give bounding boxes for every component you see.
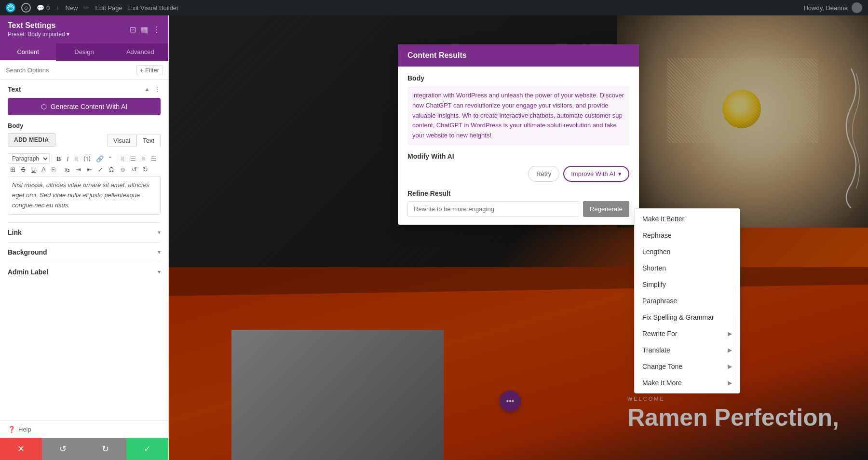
new-label: New xyxy=(65,4,78,12)
exit-builder-button[interactable]: Exit Visual Builder xyxy=(128,4,179,12)
tab-text[interactable]: Text xyxy=(136,135,161,147)
link-section: Link ▾ xyxy=(8,222,161,242)
table-button[interactable]: ⊞ xyxy=(8,165,18,174)
top-bar-left: ⊙ 💬 0 + New ✏ Edit Page Exit Visual Buil… xyxy=(6,3,178,13)
align-center-button[interactable]: ☰ xyxy=(128,154,138,163)
dropdown-item-simplify[interactable]: Simplify xyxy=(635,276,740,293)
text-section-header[interactable]: Text ▲ ⋮ xyxy=(8,85,161,93)
unordered-list-button[interactable]: ≡ xyxy=(72,154,81,163)
undo-action-button[interactable]: ↺ xyxy=(42,438,84,460)
admin-label-section-header[interactable]: Admin Label ▾ xyxy=(8,268,161,276)
tab-design[interactable]: Design xyxy=(56,43,112,61)
layout-icon[interactable]: ▦ xyxy=(141,25,148,34)
improve-with-ai-button[interactable]: Improve With AI ▾ xyxy=(563,166,629,182)
modal-body-label: Body xyxy=(407,74,629,82)
text-section-more-icon[interactable]: ⋮ xyxy=(154,85,161,93)
new-button[interactable]: New xyxy=(65,4,78,12)
separator2: ✏ xyxy=(83,4,89,12)
main-layout: Text Settings Preset: Body imported ▾ ⊡ … xyxy=(0,15,868,460)
bold-button[interactable]: B xyxy=(54,154,63,163)
dropdown-item-rephrase[interactable]: Rephrase xyxy=(635,227,740,244)
link-section-header[interactable]: Link ▾ xyxy=(8,229,161,236)
ai-icon: ⬡ xyxy=(41,103,47,110)
comment-icon: 💬 xyxy=(37,4,44,12)
blockquote-button[interactable]: " xyxy=(107,154,114,163)
align-right-button[interactable]: ≡ xyxy=(139,154,148,163)
dropdown-item-translate[interactable]: Translate ▶ xyxy=(635,342,740,358)
emoji-button[interactable]: ☺ xyxy=(117,165,128,174)
editor-content[interactable]: Nisl massa, ultrices vitae ornare sit am… xyxy=(8,176,161,215)
save-button[interactable]: ✓ xyxy=(126,438,168,460)
add-media-button[interactable]: ADD MEDIA xyxy=(8,133,55,147)
improve-chevron-icon: ▾ xyxy=(618,170,622,177)
filter-button[interactable]: + Filter xyxy=(136,65,163,75)
background-section-header[interactable]: Background ▾ xyxy=(8,248,161,256)
sidebar-preset[interactable]: Preset: Body imported ▾ xyxy=(8,31,69,38)
regenerate-button[interactable]: Regenerate xyxy=(583,201,629,217)
search-input[interactable] xyxy=(6,67,133,74)
outdent-button[interactable]: ⇤ xyxy=(84,165,95,174)
indent-button[interactable]: ⇥ xyxy=(73,165,83,174)
background-section: Background ▾ xyxy=(8,242,161,262)
sidebar-header: Text Settings Preset: Body imported ▾ ⊡ … xyxy=(0,15,168,43)
subscript-button[interactable]: x₂ xyxy=(62,165,73,174)
fullscreen-button[interactable]: ⤢ xyxy=(95,165,106,174)
dropdown-item-paraphrase[interactable]: Paraphrase xyxy=(635,293,740,309)
more-icon[interactable]: ⋮ xyxy=(153,25,161,34)
background-chevron-icon: ▾ xyxy=(158,249,161,256)
redo-button[interactable]: ↻ xyxy=(140,165,150,174)
link-button[interactable]: 🔗 xyxy=(94,154,106,163)
paragraph-select[interactable]: Paragraph xyxy=(8,153,50,164)
wordpress-logo-icon[interactable] xyxy=(6,3,15,13)
dropdown-item-shorten[interactable]: Shorten xyxy=(635,260,740,276)
link-section-title: Link xyxy=(8,229,22,236)
modal-header: Content Results xyxy=(398,44,639,67)
tab-content[interactable]: Content xyxy=(0,43,56,61)
make-it-more-arrow-icon: ▶ xyxy=(728,379,732,386)
user-avatar[interactable] xyxy=(852,2,862,13)
text-color-button[interactable]: A xyxy=(39,165,48,174)
dropdown-item-rewrite-for[interactable]: Rewrite For ▶ xyxy=(635,325,740,342)
refine-row: Regenerate xyxy=(407,201,629,217)
background-section-title: Background xyxy=(8,248,47,256)
tab-advanced[interactable]: Advanced xyxy=(112,43,168,61)
toolbar-sep3 xyxy=(60,165,60,174)
body-label: Body xyxy=(8,122,161,129)
refine-result-label: Refine Result xyxy=(407,189,629,197)
paste-button[interactable]: ⎘ xyxy=(49,165,58,174)
strikethrough-button[interactable]: S xyxy=(19,165,28,174)
sidebar-title: Text Settings xyxy=(8,21,69,30)
dropdown-item-lengthen[interactable]: Lengthen xyxy=(635,244,740,260)
retry-button[interactable]: Retry xyxy=(528,166,559,182)
redo-action-button[interactable]: ↻ xyxy=(84,438,126,460)
help-icon: ❓ xyxy=(8,426,15,433)
sidebar-search-bar: + Filter xyxy=(0,61,168,80)
italic-button[interactable]: I xyxy=(64,154,71,163)
ordered-list-button[interactable]: ⑴ xyxy=(81,154,93,163)
editor-toolbar: Paragraph B I ≡ ⑴ 🔗 " ≡ ☰ ≡ ☰ ⊞ S U A ⎘ xyxy=(8,153,161,174)
modal-body: Body integration with WordPress and unle… xyxy=(398,67,639,225)
wp-ring-icon[interactable]: ⊙ xyxy=(21,3,31,13)
underline-button[interactable]: U xyxy=(29,165,38,174)
dropdown-item-make-it-better[interactable]: Make It Better xyxy=(635,211,740,227)
edit-page-button[interactable]: Edit Page xyxy=(95,4,122,12)
admin-label-title: Admin Label xyxy=(8,268,48,276)
settings-icon[interactable]: ⊡ xyxy=(130,25,136,34)
dropdown-item-make-it-more[interactable]: Make It More ▶ xyxy=(635,375,740,391)
dropdown-item-fix-spelling[interactable]: Fix Spelling & Grammar xyxy=(635,309,740,325)
tab-visual[interactable]: Visual xyxy=(107,135,136,147)
help-label[interactable]: Help xyxy=(18,426,31,433)
cancel-button[interactable]: ✕ xyxy=(0,438,42,460)
rewrite-for-arrow-icon: ▶ xyxy=(728,330,732,337)
generate-content-button[interactable]: ⬡ Generate Content With AI xyxy=(8,98,161,115)
refine-input[interactable] xyxy=(407,201,579,217)
omega-button[interactable]: Ω xyxy=(107,165,116,174)
dropdown-item-change-tone[interactable]: Change Tone ▶ xyxy=(635,358,740,375)
justify-button[interactable]: ☰ xyxy=(149,154,159,163)
undo-button[interactable]: ↺ xyxy=(129,165,139,174)
comment-count[interactable]: 💬 0 xyxy=(37,4,50,12)
text-section-chevron-icon: ▲ xyxy=(144,86,150,93)
user-greeting: Howdy, Deanna xyxy=(803,4,848,12)
modal-actions: Retry Improve With AI ▾ xyxy=(407,166,629,182)
align-left-button[interactable]: ≡ xyxy=(118,154,127,163)
